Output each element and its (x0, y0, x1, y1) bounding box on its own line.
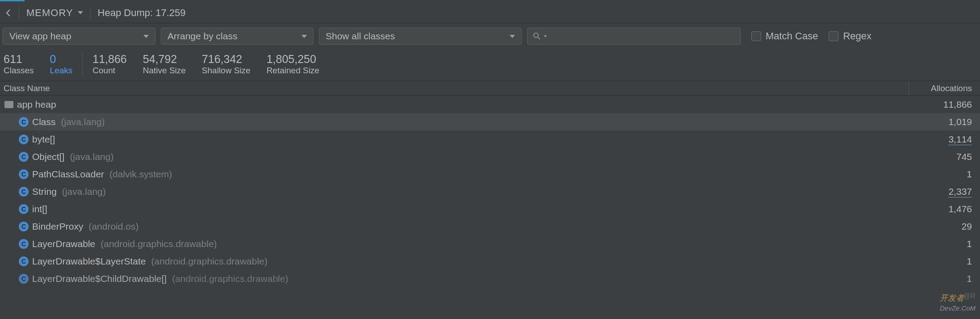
class-icon: C (19, 274, 29, 284)
table-row[interactable]: C PathClassLoader (dalvik.system) 1 (0, 165, 980, 183)
table-row[interactable]: C LayerDrawable$ChildDrawable[] (android… (0, 270, 980, 287)
table-row[interactable]: C byte[] 3,114 (0, 130, 980, 148)
table-row[interactable]: C LayerDrawable (android.graphics.drawab… (0, 235, 980, 252)
stat-native-size: 54,792 Native Size (135, 53, 194, 76)
class-icon: C (19, 187, 29, 197)
table-row[interactable]: C int[] 1,476 (0, 200, 980, 218)
package-name: (android.os) (88, 221, 138, 232)
folder-icon (4, 101, 13, 108)
chevron-down-icon (510, 35, 515, 38)
svg-line-1 (538, 37, 540, 39)
watermark: 开发者 DevZe.CoM (940, 293, 976, 313)
alloc-value: 1 (909, 169, 980, 180)
heap-view-dropdown[interactable]: View app heap (3, 28, 155, 45)
table-row[interactable]: C Object[] (java.lang) 745 (0, 148, 980, 165)
chevron-down-icon (78, 11, 83, 14)
table-header: Class Name Allocations (0, 81, 980, 96)
stat-label: Native Size (143, 66, 186, 76)
stat-shallow-size: 716,342 Shallow Size (194, 53, 259, 76)
stat-leaks[interactable]: 0 Leaks (42, 53, 81, 76)
class-name: byte[] (32, 134, 55, 145)
column-class-name[interactable]: Class Name (0, 84, 909, 93)
back-arrow-icon[interactable] (4, 8, 14, 18)
alloc-value: 745 (909, 151, 980, 162)
package-name: (android.graphics.drawable) (101, 239, 217, 249)
match-case-checkbox[interactable] (751, 31, 761, 41)
class-name: PathClassLoader (32, 169, 104, 180)
alloc-value: 1 (909, 256, 980, 267)
column-allocations[interactable]: Allocations (909, 81, 980, 95)
stat-label: Count (92, 66, 126, 76)
svg-point-0 (534, 33, 538, 38)
class-name: LayerDrawable$ChildDrawable[] (32, 273, 167, 284)
alloc-value: 1,019 (909, 117, 980, 127)
regex-checkbox[interactable] (829, 31, 838, 41)
table-row[interactable]: C String (java.lang) 2,337 (0, 183, 980, 200)
header-bar: MEMORY Heap Dump: 17.259 (0, 3, 980, 23)
chevron-down-icon (143, 35, 149, 38)
search-input[interactable] (550, 31, 735, 42)
alloc-value: 1 (909, 273, 980, 284)
stat-value: 54,792 (143, 53, 186, 66)
search-options-icon[interactable] (544, 35, 547, 38)
class-icon: C (19, 239, 29, 249)
divider (90, 6, 91, 20)
stat-value: 11,866 (92, 53, 126, 66)
class-name: Object[] (32, 151, 64, 162)
stat-value: 1,805,250 (267, 53, 319, 66)
class-icon: C (19, 222, 29, 231)
chevron-down-icon (302, 35, 307, 38)
class-name: Class (32, 117, 56, 127)
search-box[interactable] (527, 28, 741, 45)
stat-label: Retained Size (267, 66, 319, 76)
class-name: BinderProxy (32, 221, 83, 232)
divider (82, 53, 83, 76)
regex-group: Regex (829, 30, 871, 42)
alloc-value: 1,476 (909, 204, 980, 214)
memory-label-text: MEMORY (26, 7, 73, 19)
package-name: (android.graphics.drawable) (151, 256, 267, 267)
memory-tab[interactable]: MEMORY (24, 7, 86, 19)
divider (19, 6, 19, 20)
alloc-value: 2,337 (909, 186, 980, 197)
arrange-dropdown[interactable]: Arrange by class (161, 28, 314, 45)
stat-value: 0 (50, 53, 73, 66)
class-filter-dropdown[interactable]: Show all classes (319, 28, 522, 45)
stat-value: 716,342 (202, 53, 251, 66)
stats-bar: 611 Classes 0 Leaks 11,866 Count 54,792 … (0, 49, 980, 81)
table-row[interactable]: C BinderProxy (android.os) 29 (0, 218, 980, 235)
stat-classes: 611 Classes (4, 53, 42, 76)
dropdown-label: Arrange by class (168, 31, 237, 42)
stat-label: Leaks (50, 66, 73, 76)
alloc-value: 29 (909, 221, 980, 232)
class-icon: C (19, 169, 29, 179)
class-icon: C (19, 204, 29, 214)
class-icon: C (19, 117, 29, 127)
stat-value: 611 (4, 53, 34, 66)
table-row-root[interactable]: app heap 11,866 (0, 96, 980, 113)
dropdown-label: View app heap (9, 31, 71, 42)
root-name: app heap (17, 99, 56, 110)
class-name: int[] (32, 204, 47, 214)
class-icon: C (19, 256, 29, 266)
search-icon (533, 32, 541, 40)
heap-dump-title: Heap Dump: 17.259 (95, 7, 186, 19)
package-name: (java.lang) (70, 151, 113, 162)
stat-label: Classes (4, 66, 34, 76)
class-name: String (32, 186, 57, 197)
alloc-value: 1 (909, 239, 980, 249)
class-name: LayerDrawable (32, 239, 95, 249)
package-name: (dalvik.system) (109, 169, 172, 180)
package-name: (java.lang) (61, 117, 105, 127)
class-icon: C (19, 152, 29, 162)
stat-retained-size: 1,805,250 Retained Size (259, 53, 327, 76)
match-case-label[interactable]: Match Case (766, 30, 818, 42)
regex-label[interactable]: Regex (843, 30, 871, 42)
stat-count: 11,866 Count (84, 53, 134, 76)
package-name: (java.lang) (62, 186, 106, 197)
table-body: app heap 11,866 C Class (java.lang) 1,01… (0, 96, 980, 287)
package-name: (android.graphics.drawable) (172, 273, 288, 284)
table-row[interactable]: C Class (java.lang) 1,019 (0, 113, 980, 130)
stat-label: Shallow Size (202, 66, 251, 76)
table-row[interactable]: C LayerDrawable$LayerState (android.grap… (0, 252, 980, 270)
